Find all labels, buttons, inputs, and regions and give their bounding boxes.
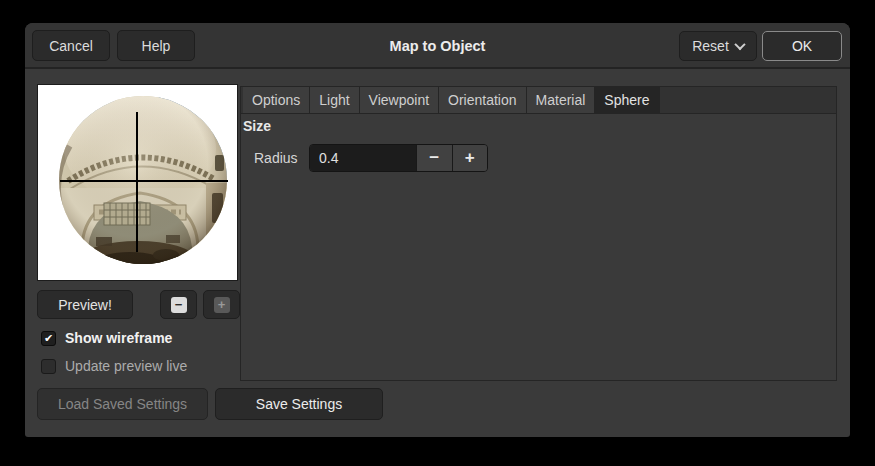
plus-icon: + (465, 148, 475, 168)
tab-orientation[interactable]: Orientation (439, 87, 526, 113)
minus-icon: − (429, 148, 439, 168)
show-wireframe-row: ✔ Show wireframe (41, 330, 172, 346)
tab-viewpoint-label: Viewpoint (369, 92, 429, 108)
ok-button-label: OK (792, 38, 812, 54)
sphere-preview-image (38, 85, 237, 280)
settings-notebook: Options Light Viewpoint Orientation Mate… (240, 86, 837, 381)
radius-label: Radius (254, 144, 298, 172)
show-wireframe-label[interactable]: Show wireframe (65, 330, 172, 346)
update-preview-live-checkbox[interactable] (41, 359, 56, 374)
load-saved-settings-button[interactable]: Load Saved Settings (37, 388, 208, 420)
tab-viewpoint[interactable]: Viewpoint (360, 87, 439, 113)
update-preview-live-label[interactable]: Update preview live (65, 358, 187, 374)
preview-button-label: Preview! (58, 297, 112, 313)
help-button-label: Help (142, 38, 171, 54)
update-preview-live-row: Update preview live (41, 358, 187, 374)
radius-input[interactable] (310, 145, 416, 171)
radius-increment-button[interactable]: + (452, 145, 488, 171)
size-section-label: Size (243, 118, 271, 134)
ok-button[interactable]: OK (762, 31, 842, 61)
zoom-in-button[interactable]: + (203, 290, 240, 319)
zoom-out-button[interactable]: − (160, 290, 197, 319)
radius-spinner: − + (309, 144, 488, 172)
save-settings-button[interactable]: Save Settings (215, 388, 383, 420)
radius-decrement-button[interactable]: − (416, 145, 452, 171)
tab-sphere-label: Sphere (604, 92, 649, 108)
sphere-preview-area (37, 84, 238, 281)
reset-dropdown-button[interactable]: Reset (679, 31, 757, 61)
help-button[interactable]: Help (117, 30, 195, 61)
show-wireframe-checkbox[interactable]: ✔ (41, 331, 56, 346)
sphere-tab-panel: Size Radius − + (240, 114, 837, 381)
tab-light[interactable]: Light (310, 87, 359, 113)
dialog-headerbar: Cancel Help Map to Object Reset OK (25, 23, 850, 69)
cancel-button[interactable]: Cancel (32, 30, 110, 61)
tab-sphere[interactable]: Sphere (595, 87, 659, 113)
save-settings-label: Save Settings (256, 396, 342, 412)
tab-light-label: Light (319, 92, 349, 108)
tab-orientation-label: Orientation (448, 92, 516, 108)
zoom-out-icon: − (171, 297, 187, 313)
cancel-button-label: Cancel (49, 38, 93, 54)
tab-strip: Options Light Viewpoint Orientation Mate… (240, 86, 837, 114)
reset-button-label: Reset (692, 38, 729, 54)
map-to-object-dialog: Cancel Help Map to Object Reset OK (25, 23, 850, 437)
screen-background: Cancel Help Map to Object Reset OK (0, 0, 875, 466)
load-saved-settings-label: Load Saved Settings (58, 396, 187, 412)
zoom-in-icon: + (214, 297, 230, 313)
tab-options[interactable]: Options (243, 87, 310, 113)
chevron-down-icon (734, 39, 745, 50)
checkmark-icon: ✔ (44, 332, 53, 345)
preview-button[interactable]: Preview! (37, 290, 133, 319)
tab-options-label: Options (252, 92, 300, 108)
tab-material[interactable]: Material (527, 87, 596, 113)
tab-material-label: Material (536, 92, 586, 108)
dialog-title: Map to Object (225, 23, 650, 69)
